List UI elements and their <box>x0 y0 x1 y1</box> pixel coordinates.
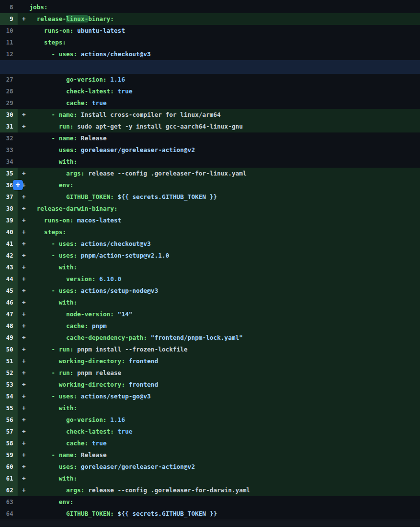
code-line: + - name: Release <box>18 449 420 461</box>
code-line: + with: <box>18 297 420 308</box>
diff-line-30: 30+ - name: Install cross-compiler for l… <box>0 109 420 121</box>
line-number[interactable]: 44 <box>0 273 18 285</box>
line-number[interactable]: 59 <box>0 449 18 461</box>
line-number[interactable]: 50 <box>0 344 18 355</box>
added-line-marker: + <box>18 402 29 414</box>
line-number[interactable]: 49 <box>0 332 18 344</box>
code-text: env: <box>29 496 420 508</box>
line-number[interactable]: 40 <box>0 226 18 238</box>
line-number[interactable]: 33 <box>0 144 18 156</box>
line-number[interactable]: 38 <box>0 203 18 215</box>
diff-line-52: 52+ - run: pnpm release <box>0 367 420 379</box>
line-number[interactable]: 12 <box>0 48 18 60</box>
diff-line-49: 49+ cache-dependency-path: "frontend/pnp… <box>0 332 420 344</box>
diff-line-43: 43+ with: <box>0 262 420 273</box>
code-text: env: <box>29 179 420 191</box>
diff-line-12: 12 - uses: actions/checkout@v3 <box>0 48 420 60</box>
line-number[interactable]: 27 <box>0 74 18 86</box>
line-number[interactable]: 60 <box>0 461 18 473</box>
line-number[interactable]: 51 <box>0 355 18 367</box>
line-number[interactable]: 10 <box>0 25 18 37</box>
code-line: + - uses: actions/setup-node@v3 <box>18 285 420 297</box>
diff-line-44: 44+ version: 6.10.0 <box>0 273 420 285</box>
line-marker <box>18 132 29 144</box>
line-number[interactable]: 46 <box>0 297 18 308</box>
code-line: + working-directory: frontend <box>18 379 420 391</box>
line-number[interactable]: 43 <box>0 262 18 273</box>
line-number[interactable]: 32 <box>0 132 18 144</box>
line-number[interactable]: 9 <box>0 13 18 25</box>
line-number[interactable]: 54 <box>0 391 18 402</box>
diff-line-39: 39+ runs-on: macos-latest <box>0 215 420 226</box>
line-number[interactable]: 34 <box>0 156 18 168</box>
code-text: go-version: 1.16 <box>29 74 420 86</box>
added-line-marker: + <box>18 473 29 484</box>
line-number[interactable]: 62 <box>0 484 18 496</box>
line-number[interactable]: 30 <box>0 109 18 121</box>
diff-line-59: 59+ - name: Release <box>0 449 420 461</box>
diff-line-46: 46+ with: <box>0 297 420 308</box>
line-number[interactable]: 48 <box>0 320 18 332</box>
line-number[interactable]: 35 <box>0 168 18 179</box>
code-line: + release-linux-binary: <box>18 13 420 25</box>
added-line-marker: + <box>18 226 29 238</box>
code-text: release-linux-binary: <box>29 13 420 25</box>
line-number[interactable]: 42 <box>0 250 18 262</box>
diff-line-10: 10 runs-on: ubuntu-latest <box>0 25 420 37</box>
code-line: + cache-dependency-path: "frontend/pnpm-… <box>18 332 420 344</box>
diff-line-41: 41+ - uses: actions/checkout@v3 <box>0 238 420 250</box>
code-line: + - uses: pnpm/action-setup@v2.1.0 <box>18 250 420 262</box>
line-number[interactable]: 63 <box>0 496 18 508</box>
line-number[interactable]: 29 <box>0 97 18 109</box>
line-number[interactable]: 45 <box>0 285 18 297</box>
code-line: + - name: Install cross-compiler for lin… <box>18 109 420 121</box>
line-marker <box>18 48 29 60</box>
line-number[interactable]: 31 <box>0 121 18 132</box>
expand-hunk-row[interactable] <box>0 60 420 74</box>
code-line: + cache: true <box>18 438 420 449</box>
line-number[interactable]: 53 <box>0 379 18 391</box>
code-line: + runs-on: macos-latest <box>18 215 420 226</box>
code-line: + run: sudo apt-get -y install gcc-aarch… <box>18 121 420 132</box>
diff-file-view: 8jobs:9+ release-linux-binary:10 runs-on… <box>0 0 420 520</box>
line-marker <box>18 25 29 37</box>
line-number[interactable]: 64 <box>0 508 18 520</box>
line-number[interactable]: 58 <box>0 438 18 449</box>
line-marker <box>18 86 29 97</box>
line-number[interactable]: 61 <box>0 473 18 484</box>
line-number[interactable]: 57 <box>0 426 18 438</box>
code-line: + args: release --config .goreleaser-for… <box>18 484 420 496</box>
code-line: + working-directory: frontend <box>18 355 420 367</box>
added-line-marker: + <box>18 332 29 344</box>
line-number[interactable]: 8 <box>0 1 18 13</box>
line-number[interactable]: 28 <box>0 86 18 97</box>
added-line-marker: + <box>18 168 29 179</box>
added-line-marker: + <box>18 355 29 367</box>
code-text: - name: Release <box>29 132 420 144</box>
code-line: + with: <box>18 262 420 273</box>
line-number[interactable]: 55 <box>0 402 18 414</box>
added-line-marker: + <box>18 320 29 332</box>
added-line-marker: + <box>18 379 29 391</box>
line-number[interactable]: 47 <box>0 308 18 320</box>
diff-line-27: 27 go-version: 1.16 <box>0 74 420 86</box>
code-line: jobs: <box>18 1 420 13</box>
added-line-marker: + <box>18 367 29 379</box>
code-text: - name: Release <box>29 449 420 461</box>
line-number[interactable]: 11 <box>0 37 18 48</box>
line-number[interactable]: 56 <box>0 414 18 426</box>
line-number[interactable]: 52 <box>0 367 18 379</box>
code-text: runs-on: ubuntu-latest <box>29 25 420 37</box>
line-number[interactable]: 41 <box>0 238 18 250</box>
diff-line-64: 64 GITHUB_TOKEN: ${{ secrets.GITHUB_TOKE… <box>0 508 420 520</box>
code-text: with: <box>29 473 420 484</box>
code-line: + check-latest: true <box>18 426 420 438</box>
code-line: check-latest: true <box>18 86 420 97</box>
added-line-marker: + <box>18 391 29 402</box>
code-text: version: 6.10.0 <box>29 273 420 285</box>
line-number[interactable]: 39 <box>0 215 18 226</box>
diff-line-33: 33 uses: goreleaser/goreleaser-action@v2 <box>0 144 420 156</box>
add-comment-button[interactable]: + <box>13 180 23 190</box>
line-number[interactable]: 37 <box>0 191 18 203</box>
code-text: release-darwin-binary: <box>29 203 420 215</box>
